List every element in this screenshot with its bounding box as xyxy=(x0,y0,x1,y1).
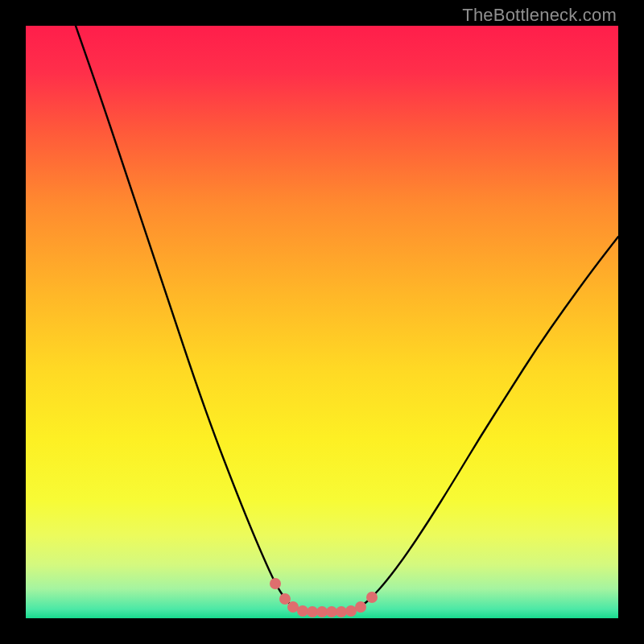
marker-dot xyxy=(270,578,281,589)
marker-dot xyxy=(345,605,357,617)
marker-dot xyxy=(336,606,347,617)
bottleneck-plot xyxy=(26,26,618,618)
watermark-text: TheBottleneck.com xyxy=(462,5,617,26)
plot-frame xyxy=(26,26,618,618)
gradient-backdrop xyxy=(26,26,618,618)
marker-dot xyxy=(326,606,337,617)
marker-dot xyxy=(287,601,299,613)
marker-dot xyxy=(297,605,308,617)
marker-dot xyxy=(355,601,366,613)
marker-dot xyxy=(279,593,291,605)
marker-dot xyxy=(316,606,328,617)
marker-dot xyxy=(307,606,318,617)
marker-dot xyxy=(366,592,378,603)
